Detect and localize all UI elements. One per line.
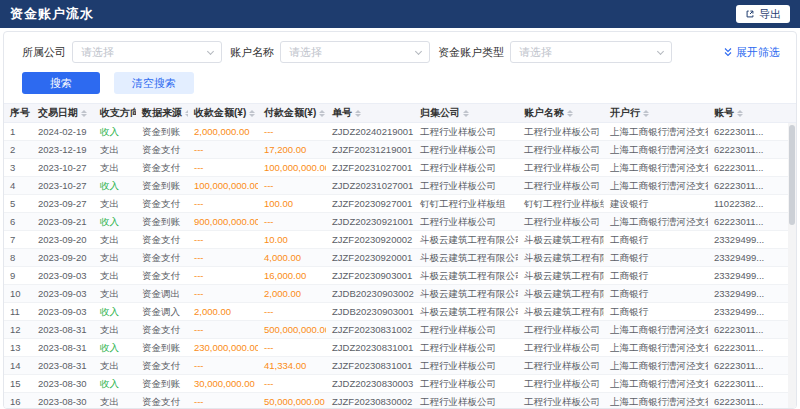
filter-company: 所属公司 请选择	[22, 41, 222, 63]
sort-icon[interactable]	[567, 110, 573, 117]
cell-receive: 900,000,000.00	[188, 213, 258, 230]
cell-accno: 11022382...	[708, 195, 788, 212]
cell-source: 资金支付	[136, 159, 188, 176]
cell-direction: 支出	[94, 267, 136, 284]
cell-source: 资金支付	[136, 141, 188, 158]
cell-pay: 41,334.00	[258, 357, 326, 374]
column-label: 交易日期	[38, 104, 78, 122]
cell-direction: 收入	[94, 123, 136, 140]
cell-accno: 23329499...	[708, 285, 788, 302]
cell-source: 资金到账	[136, 123, 188, 140]
table-row: 122023-08-31支出资金支付---500,000,000.00ZJZF2…	[4, 321, 796, 339]
cell-company: 工程行业样板公司	[414, 339, 518, 356]
cell-account: 工程行业样板公司	[518, 213, 604, 230]
cell-receive: ---	[188, 249, 258, 266]
cell-account: 斗极云建筑工程有限公司	[518, 231, 604, 248]
column-header-account[interactable]: 账户名称	[518, 104, 604, 122]
table-row: 82023-09-20支出资金支付---4,000.00ZJZF20230920…	[4, 249, 796, 267]
cell-no: 16	[4, 393, 32, 409]
vertical-scrollbar[interactable]	[788, 123, 796, 409]
cell-date: 2023-09-03	[32, 303, 94, 320]
cell-order: ZJDZ20231027001	[326, 177, 414, 194]
column-header-accno[interactable]: 账号	[708, 104, 788, 122]
cell-accno: 62223011...	[708, 159, 788, 176]
sort-icon[interactable]	[355, 110, 361, 117]
account-name-select[interactable]: 请选择	[280, 41, 430, 63]
column-header-pay[interactable]: 付款金额(¥)	[258, 104, 326, 122]
cell-company: 斗极云建筑工程有限公司	[414, 231, 518, 248]
sort-icon[interactable]	[249, 110, 255, 117]
column-label: 数据来源	[142, 104, 182, 122]
sort-icon[interactable]	[463, 110, 469, 117]
cell-bank: 上海工商银行漕河泾支行	[604, 141, 708, 158]
sort-icon[interactable]	[319, 110, 325, 117]
cell-accno: 62223011...	[708, 393, 788, 409]
cell-date: 2023-08-31	[32, 357, 94, 374]
column-header-company[interactable]: 归集公司	[414, 104, 518, 122]
cell-date: 2023-08-30	[32, 393, 94, 409]
cell-company: 斗极云建筑工程有限公司	[414, 303, 518, 320]
scrollbar-thumb[interactable]	[789, 125, 795, 225]
table-row: 132023-08-31收入资金到账230,000,000.00---ZJDZ2…	[4, 339, 796, 357]
cell-accno: 62223011...	[708, 213, 788, 230]
cell-company: 工程行业样板公司	[414, 123, 518, 140]
column-header-receive[interactable]: 收款金额(¥)	[188, 104, 258, 122]
cell-bank: 工商银行	[604, 249, 708, 266]
search-button[interactable]: 搜索	[22, 72, 100, 94]
cell-bank: 上海工商银行漕河泾支行	[604, 375, 708, 392]
cell-accno: 62223011...	[708, 321, 788, 338]
column-header-no: 序号	[4, 104, 32, 122]
chevron-down-icon	[657, 47, 664, 54]
cell-receive: 230,000,000.00	[188, 339, 258, 356]
cell-company: 斗极云建筑工程有限公司	[414, 285, 518, 302]
cell-pay: 50,000,000.00	[258, 393, 326, 409]
cell-direction: 收入	[94, 339, 136, 356]
column-header-direction[interactable]: 收支方向	[94, 104, 136, 122]
column-header-source[interactable]: 数据来源	[136, 104, 188, 122]
cell-direction: 支出	[94, 357, 136, 374]
export-button[interactable]: 导出	[736, 5, 790, 23]
table-body: 12024-02-19收入资金到账2,000,000.00---ZJDZ2024…	[4, 123, 796, 409]
sort-icon[interactable]	[737, 110, 743, 117]
sort-icon[interactable]	[81, 110, 87, 117]
cell-company: 斗极云建筑工程有限公司	[414, 267, 518, 284]
cell-company: 工程行业样板公司	[414, 393, 518, 409]
cell-bank: 上海工商银行漕河泾支行	[604, 177, 708, 194]
clear-search-button[interactable]: 清空搜索	[114, 72, 194, 94]
cell-order: ZJZF20231027001	[326, 159, 414, 176]
table-row: 12024-02-19收入资金到账2,000,000.00---ZJDZ2024…	[4, 123, 796, 141]
table-row: 62023-09-21收入资金到账900,000,000.00---ZJDZ20…	[4, 213, 796, 231]
cell-account: 工程行业样板公司	[518, 321, 604, 338]
cell-account: 斗极云建筑工程有限公司	[518, 249, 604, 266]
page-title: 资金账户流水	[10, 5, 94, 23]
cell-pay: 10.00	[258, 231, 326, 248]
cell-pay: ---	[258, 339, 326, 356]
column-header-date[interactable]: 交易日期	[32, 104, 94, 122]
cell-order: ZJZF20230831001	[326, 357, 414, 374]
cell-company: 工程行业样板公司	[414, 213, 518, 230]
cell-source: 资金支付	[136, 249, 188, 266]
cell-pay: ---	[258, 177, 326, 194]
cell-accno: 23329499...	[708, 303, 788, 320]
cell-no: 5	[4, 195, 32, 212]
account-type-select[interactable]: 请选择	[510, 41, 672, 63]
column-header-order[interactable]: 单号	[326, 104, 414, 122]
cell-source: 资金支付	[136, 357, 188, 374]
cell-no: 6	[4, 213, 32, 230]
cell-date: 2023-12-19	[32, 141, 94, 158]
cell-no: 15	[4, 375, 32, 392]
column-header-bank[interactable]: 开户行	[604, 104, 708, 122]
expand-filters-link[interactable]: 展开筛选	[723, 45, 784, 60]
cell-order: ZJDZ20230830003	[326, 375, 414, 392]
cell-source: 资金支付	[136, 231, 188, 248]
company-select[interactable]: 请选择	[72, 41, 222, 63]
table-row: 42023-10-27收入资金到账100,000,000.00---ZJDZ20…	[4, 177, 796, 195]
sort-icon[interactable]	[643, 110, 649, 117]
table-row: 102023-09-03支出资金调出---2,000.00ZJDB2023090…	[4, 285, 796, 303]
cell-direction: 收入	[94, 303, 136, 320]
page-header: 资金账户流水 导出	[0, 0, 800, 28]
funds-flow-table: 序号交易日期收支方向数据来源收款金额(¥)付款金额(¥)单号归集公司账户名称开户…	[4, 103, 796, 409]
cell-account: 斗极云建筑工程有限公司	[518, 303, 604, 320]
cell-date: 2024-02-19	[32, 123, 94, 140]
cell-pay: ---	[258, 375, 326, 392]
